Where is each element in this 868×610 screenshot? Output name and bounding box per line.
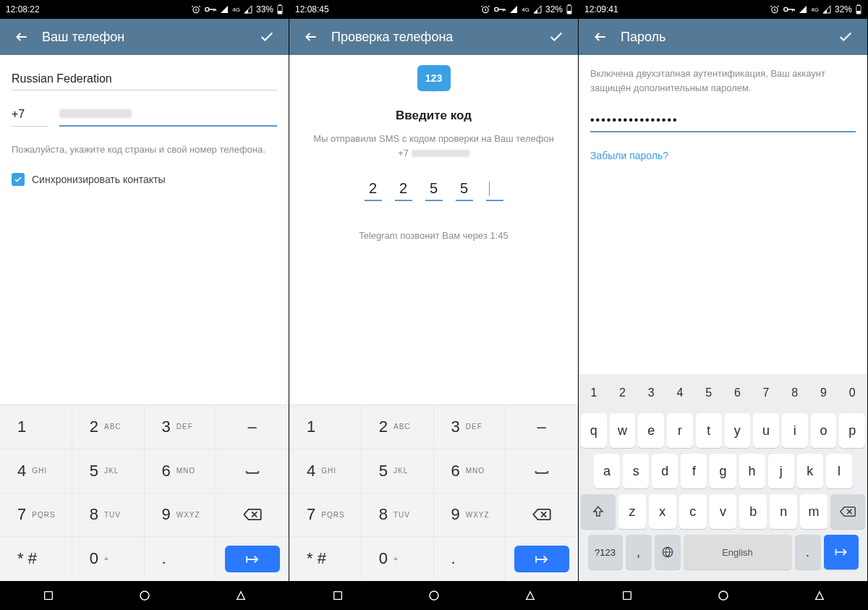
keypad-key-8[interactable]: 8TUV xyxy=(72,493,145,538)
globe-key[interactable] xyxy=(655,535,681,569)
key-8[interactable]: 8 xyxy=(782,378,808,407)
key-1[interactable]: 1 xyxy=(581,378,607,407)
keypad-key-.[interactable]: . xyxy=(434,537,506,581)
keypad-key-␣[interactable] xyxy=(506,449,578,493)
country-select[interactable]: Russian Federation xyxy=(12,67,277,90)
key-y[interactable]: y xyxy=(725,413,751,448)
keypad-key-0[interactable]: 0+ xyxy=(72,537,145,581)
key-t[interactable]: t xyxy=(696,413,722,448)
code-input-row[interactable]: 2 2 5 5 . xyxy=(365,180,503,201)
backspace-key[interactable] xyxy=(830,494,865,529)
shift-key[interactable] xyxy=(581,494,616,529)
key-x[interactable]: x xyxy=(649,494,676,529)
key-z[interactable]: z xyxy=(618,494,646,529)
back-button[interactable] xyxy=(7,22,36,51)
key-g[interactable]: g xyxy=(710,454,736,488)
key-3[interactable]: 3 xyxy=(638,378,664,407)
key-c[interactable]: c xyxy=(679,494,707,529)
key-a[interactable]: a xyxy=(594,454,620,488)
key-p[interactable]: p xyxy=(839,413,865,448)
key-4[interactable]: 4 xyxy=(667,378,693,407)
code-digit[interactable]: 5 xyxy=(425,180,443,201)
key-n[interactable]: n xyxy=(770,494,797,529)
keypad-key-0[interactable]: 0+ xyxy=(362,537,434,581)
key-k[interactable]: k xyxy=(797,454,823,488)
key-u[interactable]: u xyxy=(753,413,779,448)
forgot-password-link[interactable]: Забыли пароль? xyxy=(590,150,856,161)
back-button[interactable] xyxy=(586,22,615,51)
keypad-key-6[interactable]: 6MNO xyxy=(145,449,217,493)
enter-key[interactable] xyxy=(514,546,569,572)
nav-back-button[interactable] xyxy=(805,581,834,610)
enter-key[interactable] xyxy=(824,535,859,569)
keypad-key-3[interactable]: 3DEF xyxy=(145,405,217,449)
keypad-key-␣[interactable] xyxy=(216,449,289,493)
key-m[interactable]: m xyxy=(800,494,827,529)
done-button[interactable] xyxy=(831,22,860,51)
keypad-key-* #[interactable]: * # xyxy=(289,537,362,581)
keypad-key-9[interactable]: 9WXYZ xyxy=(145,493,217,538)
key-v[interactable]: v xyxy=(710,494,737,529)
sync-contacts-row[interactable]: Синхронизировать контакты xyxy=(12,173,277,186)
code-digit[interactable]: . xyxy=(486,180,503,201)
keypad-key-7[interactable]: 7PQRS xyxy=(289,493,362,538)
keypad-key-–[interactable]: – xyxy=(216,405,289,449)
backspace-key[interactable] xyxy=(216,493,289,538)
nav-recent-button[interactable] xyxy=(34,581,63,610)
keypad-key-5[interactable]: 5JKL xyxy=(362,449,434,493)
done-button[interactable] xyxy=(252,22,281,51)
key-j[interactable]: j xyxy=(768,454,794,488)
done-button[interactable] xyxy=(542,22,571,51)
nav-home-button[interactable] xyxy=(130,581,159,610)
keypad-key-7[interactable]: 7PQRS xyxy=(0,493,72,538)
key-i[interactable]: i xyxy=(782,413,808,448)
nav-recent-button[interactable] xyxy=(323,581,352,610)
key-w[interactable]: w xyxy=(610,413,636,448)
key-q[interactable]: q xyxy=(581,413,607,448)
key-2[interactable]: 2 xyxy=(610,378,636,407)
password-field[interactable] xyxy=(590,109,856,132)
key-6[interactable]: 6 xyxy=(725,378,751,407)
nav-back-button[interactable] xyxy=(516,581,545,610)
period-key[interactable]: . xyxy=(795,535,821,569)
symbols-key[interactable]: ?123 xyxy=(588,535,623,569)
keypad-key-6[interactable]: 6MNO xyxy=(434,449,506,493)
key-7[interactable]: 7 xyxy=(753,378,779,407)
keypad-key-–[interactable]: – xyxy=(506,405,578,449)
keypad-key-5[interactable]: 5JKL xyxy=(72,449,145,493)
key-5[interactable]: 5 xyxy=(696,378,722,407)
nav-recent-button[interactable] xyxy=(613,581,642,610)
key-0[interactable]: 0 xyxy=(839,378,865,407)
key-l[interactable]: l xyxy=(826,454,852,488)
keypad-key-1[interactable]: 1 xyxy=(0,405,72,449)
spacebar-key[interactable]: English xyxy=(684,535,792,569)
keypad-key-4[interactable]: 4GHI xyxy=(289,449,362,493)
nav-home-button[interactable] xyxy=(709,581,738,610)
code-digit[interactable]: 5 xyxy=(456,180,473,201)
key-h[interactable]: h xyxy=(739,454,765,488)
key-f[interactable]: f xyxy=(681,454,707,488)
back-button[interactable] xyxy=(297,22,326,51)
keypad-key-3[interactable]: 3DEF xyxy=(434,405,506,449)
keypad-key-8[interactable]: 8TUV xyxy=(362,493,434,538)
keypad-key-* #[interactable]: * # xyxy=(0,537,72,581)
keypad-key-2[interactable]: 2ABC xyxy=(362,405,434,449)
key-r[interactable]: r xyxy=(667,413,693,448)
key-e[interactable]: e xyxy=(638,413,664,448)
backspace-key[interactable] xyxy=(506,493,578,538)
keypad-key-9[interactable]: 9WXYZ xyxy=(434,493,506,538)
key-b[interactable]: b xyxy=(739,494,767,529)
enter-key[interactable] xyxy=(225,546,280,572)
keypad-key-4[interactable]: 4GHI xyxy=(0,449,72,493)
keypad-key-1[interactable]: 1 xyxy=(289,405,362,449)
key-d[interactable]: d xyxy=(652,454,678,488)
code-digit[interactable]: 2 xyxy=(395,180,412,201)
key-s[interactable]: s xyxy=(623,454,649,488)
nav-back-button[interactable] xyxy=(226,581,255,610)
code-digit[interactable]: 2 xyxy=(365,180,382,201)
nav-home-button[interactable] xyxy=(420,581,448,610)
comma-key[interactable]: , xyxy=(626,535,652,569)
dial-code-field[interactable]: +7 xyxy=(12,103,48,127)
key-9[interactable]: 9 xyxy=(811,378,837,407)
keypad-key-2[interactable]: 2ABC xyxy=(72,405,145,449)
